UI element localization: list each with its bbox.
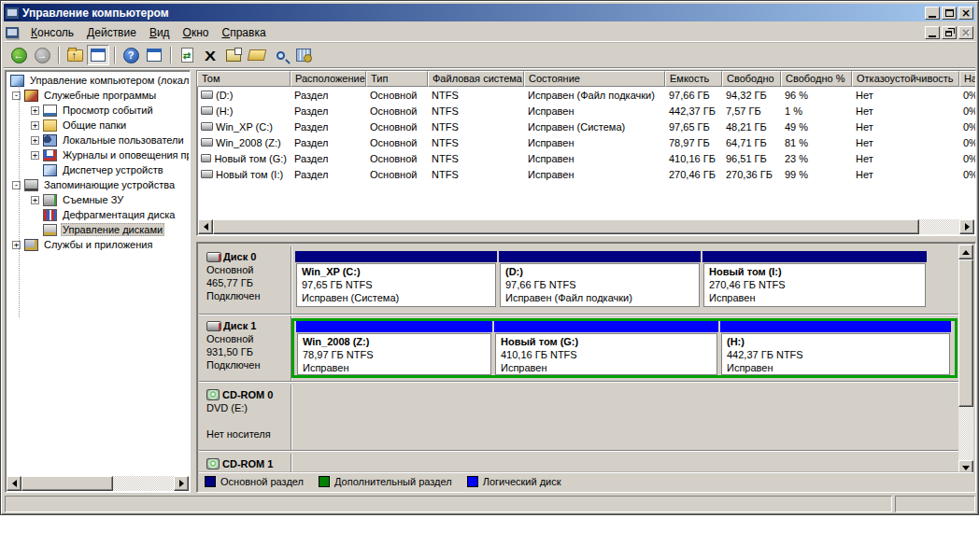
manage-button[interactable] bbox=[292, 45, 315, 65]
volume-row-new-volume-g[interactable]: Новый том (G:) Раздел Основной NTFS Испр… bbox=[197, 150, 975, 166]
toolbar-separator bbox=[114, 47, 116, 63]
partition-win-2008-z[interactable]: Win_2008 (Z:) 78,97 ГБ NTFS Исправен bbox=[296, 321, 492, 375]
mdi-close-button[interactable]: × bbox=[958, 26, 973, 39]
tree-item-disk-defragmenter[interactable]: Дефрагментация диска bbox=[7, 207, 189, 222]
refresh-button[interactable]: ⇄ bbox=[176, 45, 198, 65]
scrollbar-track[interactable] bbox=[113, 476, 174, 491]
properties-button[interactable] bbox=[222, 45, 245, 65]
column-header-type[interactable]: Тип bbox=[366, 71, 428, 87]
disk-icon bbox=[206, 321, 221, 331]
help-button[interactable]: ? bbox=[120, 45, 142, 65]
volume-row-d[interactable]: (D:) Раздел Основной NTFS Исправен (Файл… bbox=[197, 87, 975, 103]
partition-new-volume-g[interactable]: Новый том (G:) 410,16 ГБ NTFS Исправен bbox=[494, 321, 718, 375]
column-header-free-percent[interactable]: Свободно % bbox=[781, 71, 852, 87]
scroll-right-button[interactable] bbox=[959, 219, 974, 234]
disk-0-row: Диск 0 Основной 465,77 ГБ Подключен Win_… bbox=[199, 246, 960, 314]
scrollbar-track[interactable] bbox=[958, 407, 973, 460]
console-window-icon[interactable] bbox=[6, 27, 19, 38]
extended-partition-swatch bbox=[319, 476, 330, 487]
minimize-icon bbox=[929, 16, 936, 18]
delete-button[interactable]: X bbox=[199, 45, 221, 65]
tree-item-storage[interactable]: - Запоминающие устройства bbox=[7, 177, 189, 192]
arrow-left-icon bbox=[200, 223, 208, 231]
scrollbar-thumb[interactable] bbox=[213, 219, 919, 234]
maximize-button[interactable] bbox=[942, 7, 957, 20]
volume-icon bbox=[201, 138, 213, 147]
expand-expander[interactable]: + bbox=[31, 151, 39, 160]
menu-help[interactable]: Справка bbox=[216, 24, 273, 41]
partition-new-volume-i[interactable]: Новый том (I:) 270,46 ГБ NTFS Исправен bbox=[702, 251, 927, 307]
disk-1-header[interactable]: Диск 1 Основной 931,50 ГБ Подключен bbox=[201, 315, 291, 381]
column-header-status[interactable]: Состояние bbox=[524, 71, 665, 87]
column-header-capacity[interactable]: Емкость bbox=[665, 71, 722, 87]
volume-list-pane: Том Расположение Тип Файловая система Со… bbox=[196, 70, 976, 236]
tree-item-event-viewer[interactable]: + Просмотр событий bbox=[7, 103, 189, 118]
tree-item-shared-folders[interactable]: + Общие папки bbox=[7, 118, 189, 133]
expand-expander[interactable]: + bbox=[31, 121, 39, 130]
tree-item-removable-storage[interactable]: + Съемные ЗУ bbox=[7, 192, 189, 207]
volume-icon bbox=[201, 122, 213, 131]
column-header-overhead[interactable]: На bbox=[959, 71, 976, 87]
partition-h[interactable]: (H:) 442,37 ГБ NTFS Исправен bbox=[720, 321, 951, 375]
status-bar bbox=[5, 496, 975, 512]
show-in-new-window-button[interactable] bbox=[143, 45, 165, 65]
column-header-free-space[interactable]: Свободно bbox=[722, 71, 781, 87]
disk-icon bbox=[206, 252, 221, 262]
tree-item-computer-management-root[interactable]: Управление компьютером (локаль bbox=[7, 73, 189, 88]
app-icon bbox=[6, 7, 19, 19]
column-header-volume[interactable]: Том bbox=[197, 71, 291, 87]
volume-row-win-2008-z[interactable]: Win_2008 (Z:) Раздел Основной NTFS Испра… bbox=[197, 134, 975, 150]
expand-expander[interactable]: + bbox=[31, 196, 39, 204]
scrollbar-thumb[interactable] bbox=[958, 259, 973, 407]
menu-action[interactable]: Действие bbox=[80, 24, 143, 41]
window-title: Управление компьютером bbox=[22, 7, 925, 20]
scroll-left-button[interactable] bbox=[7, 476, 21, 491]
back-icon: ← bbox=[11, 48, 27, 63]
cdrom-1-row: CD-ROM 1 DVD (F:) bbox=[199, 454, 960, 475]
tree-item-local-users[interactable]: + Локальные пользователи bbox=[7, 133, 189, 147]
delete-icon: X bbox=[205, 48, 216, 63]
column-header-layout[interactable]: Расположение bbox=[291, 71, 366, 87]
back-button[interactable]: ← bbox=[7, 45, 30, 65]
disk-1-kind: Основной bbox=[206, 332, 289, 345]
tree-item-performance-logs[interactable]: + Журналы и оповещения пр bbox=[7, 147, 189, 162]
open-button[interactable] bbox=[246, 45, 268, 65]
column-header-file-system[interactable]: Файловая система bbox=[428, 71, 524, 87]
find-button[interactable] bbox=[269, 45, 291, 65]
disk-pane-vertical-scrollbar bbox=[958, 245, 973, 475]
volume-row-win-xp-c[interactable]: Win_XP (C:) Раздел Основной NTFS Исправе… bbox=[197, 119, 975, 134]
scrollbar-track[interactable] bbox=[919, 219, 959, 234]
tree-item-disk-management[interactable]: Управление дисками bbox=[7, 222, 189, 237]
expand-expander[interactable]: + bbox=[31, 136, 39, 145]
volume-row-new-volume-i[interactable]: Новый том (I:) Раздел Основной NTFS Испр… bbox=[197, 166, 975, 182]
extended-partition-container: Win_2008 (Z:) 78,97 ГБ NTFS Исправен Нов… bbox=[291, 318, 958, 378]
mdi-restore-button[interactable] bbox=[942, 26, 957, 39]
menu-view[interactable]: Вид bbox=[143, 24, 177, 41]
cdrom-1-header[interactable]: CD-ROM 1 DVD (F:) bbox=[201, 454, 291, 475]
scroll-right-button[interactable] bbox=[174, 476, 189, 491]
expand-expander[interactable]: + bbox=[31, 106, 39, 115]
show-hide-tree-button[interactable] bbox=[87, 45, 109, 65]
forward-button[interactable]: → bbox=[31, 45, 53, 65]
tree-item-system-tools[interactable]: - Служебные программы bbox=[7, 88, 189, 103]
local-users-icon bbox=[43, 134, 57, 147]
minimize-button[interactable] bbox=[925, 7, 940, 20]
mdi-minimize-button[interactable] bbox=[925, 26, 940, 39]
up-level-button[interactable]: ↑ bbox=[64, 45, 86, 65]
disk-0-header[interactable]: Диск 0 Основной 465,77 ГБ Подключен bbox=[201, 246, 291, 314]
scrollbar-thumb[interactable] bbox=[21, 476, 113, 491]
column-header-fault-tolerance[interactable]: Отказоустойчивость bbox=[852, 71, 959, 87]
volume-row-h[interactable]: (H:) Раздел Основной NTFS Исправен 442,3… bbox=[197, 103, 975, 119]
menu-console[interactable]: Консоль bbox=[24, 24, 80, 41]
tree-item-services-applications[interactable]: + Службы и приложения bbox=[7, 237, 189, 252]
console-tree: Управление компьютером (локаль - Служебн… bbox=[7, 73, 189, 475]
scroll-up-button[interactable] bbox=[958, 245, 973, 259]
close-button[interactable]: × bbox=[958, 7, 973, 20]
titlebar[interactable]: Управление компьютером × bbox=[4, 4, 975, 21]
scroll-left-button[interactable] bbox=[198, 219, 213, 234]
partition-win-xp-c[interactable]: Win_XP (C:) 97,65 ГБ NTFS Исправен (Сист… bbox=[295, 251, 497, 307]
partition-d[interactable]: (D:) 97,66 ГБ NTFS Исправен (Файл подкач… bbox=[499, 251, 701, 307]
tree-item-device-manager[interactable]: Диспетчер устройств bbox=[7, 162, 189, 177]
menu-window[interactable]: Окно bbox=[177, 24, 216, 41]
cdrom-0-header[interactable]: CD-ROM 0 DVD (E:) Нет носителя bbox=[201, 385, 291, 450]
